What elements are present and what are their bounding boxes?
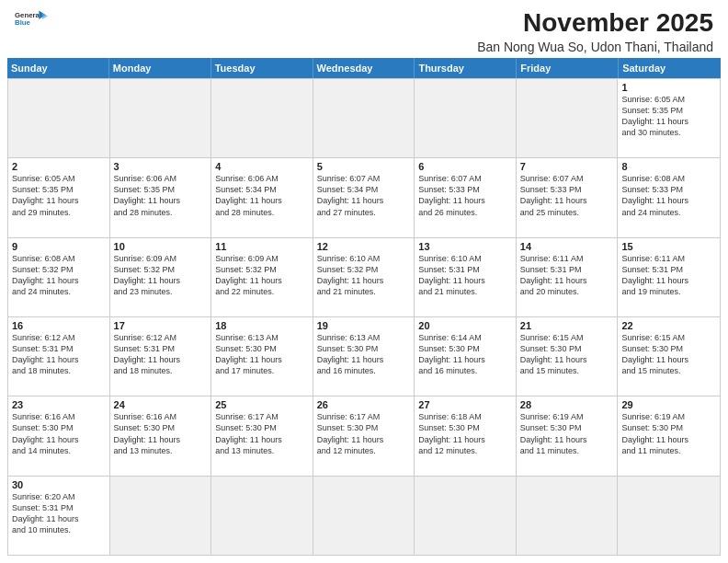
cell-info: Sunrise: 6:06 AMSunset: 5:35 PMDaylight:… [114,173,208,218]
cal-cell-1-4: 6Sunrise: 6:07 AMSunset: 5:33 PMDaylight… [415,158,517,236]
day-number: 14 [520,241,614,252]
cell-info: Sunrise: 6:10 AMSunset: 5:31 PMDaylight:… [418,253,512,298]
day-number: 28 [520,399,614,410]
day-number: 10 [114,241,208,252]
svg-text:Blue: Blue [15,18,31,27]
cell-info: Sunrise: 6:11 AMSunset: 5:31 PMDaylight:… [520,253,614,298]
svg-text:General: General [15,11,41,19]
day-number: 4 [215,161,309,172]
cal-cell-1-5: 7Sunrise: 6:07 AMSunset: 5:33 PMDaylight… [517,158,619,236]
cal-cell-5-1 [110,477,212,555]
cell-info: Sunrise: 6:17 AMSunset: 5:30 PMDaylight:… [215,411,309,456]
cell-info: Sunrise: 6:11 AMSunset: 5:31 PMDaylight:… [621,253,716,298]
cal-cell-2-1: 10Sunrise: 6:09 AMSunset: 5:32 PMDayligh… [110,238,212,316]
cal-cell-3-5: 21Sunrise: 6:15 AMSunset: 5:30 PMDayligh… [517,317,619,396]
day-number: 7 [520,161,614,172]
day-number: 12 [317,241,411,252]
cal-cell-0-1 [110,79,212,157]
day-number: 21 [520,320,614,331]
cal-cell-3-0: 16Sunrise: 6:12 AMSunset: 5:31 PMDayligh… [8,317,110,396]
day-number: 26 [317,399,411,410]
cal-cell-4-3: 26Sunrise: 6:17 AMSunset: 5:30 PMDayligh… [313,396,415,475]
week-row-4: 23Sunrise: 6:16 AMSunset: 5:30 PMDayligh… [8,396,720,475]
cal-cell-1-6: 8Sunrise: 6:08 AMSunset: 5:33 PMDaylight… [618,158,720,236]
day-number: 25 [215,399,309,410]
week-row-0: 1Sunrise: 6:05 AMSunset: 5:35 PMDaylight… [8,78,720,157]
week-row-1: 2Sunrise: 6:05 AMSunset: 5:35 PMDaylight… [8,157,720,236]
cal-cell-5-2 [211,477,313,555]
header: General Blue November 2025 Ban Nong Wua … [0,0,728,58]
cell-info: Sunrise: 6:12 AMSunset: 5:31 PMDaylight:… [114,332,208,377]
cell-info: Sunrise: 6:20 AMSunset: 5:31 PMDaylight:… [12,491,106,536]
day-number: 17 [114,320,208,331]
header-monday: Monday [109,58,211,78]
header-wednesday: Wednesday [313,58,415,78]
cal-cell-5-5 [517,477,619,555]
day-number: 16 [12,320,106,331]
cell-info: Sunrise: 6:19 AMSunset: 5:30 PMDaylight:… [520,411,614,456]
day-number: 11 [215,241,309,252]
day-number: 13 [418,241,512,252]
cell-info: Sunrise: 6:15 AMSunset: 5:30 PMDaylight:… [520,332,614,377]
cal-cell-4-1: 24Sunrise: 6:16 AMSunset: 5:30 PMDayligh… [110,396,212,475]
header-tuesday: Tuesday [211,58,313,78]
calendar-body: 1Sunrise: 6:05 AMSunset: 5:35 PMDaylight… [7,78,721,556]
day-number: 24 [114,399,208,410]
day-number: 27 [418,399,512,410]
day-number: 6 [418,161,512,172]
day-number: 8 [621,161,716,172]
day-number: 30 [12,479,106,490]
cell-info: Sunrise: 6:18 AMSunset: 5:30 PMDaylight:… [418,411,512,456]
cal-cell-5-3 [313,477,415,555]
cell-info: Sunrise: 6:09 AMSunset: 5:32 PMDaylight:… [215,253,309,298]
cal-cell-3-4: 20Sunrise: 6:14 AMSunset: 5:30 PMDayligh… [415,317,517,396]
day-number: 23 [12,399,106,410]
day-number: 1 [621,82,716,93]
title-block: November 2025 Ban Nong Wua So, Udon Than… [477,9,713,54]
cell-info: Sunrise: 6:05 AMSunset: 5:35 PMDaylight:… [12,173,106,218]
cal-cell-3-3: 19Sunrise: 6:13 AMSunset: 5:30 PMDayligh… [313,317,415,396]
cal-cell-1-3: 5Sunrise: 6:07 AMSunset: 5:34 PMDaylight… [313,158,415,236]
header-sunday: Sunday [7,58,109,78]
cell-info: Sunrise: 6:05 AMSunset: 5:35 PMDaylight:… [621,94,716,139]
cell-info: Sunrise: 6:13 AMSunset: 5:30 PMDaylight:… [215,332,309,377]
cell-info: Sunrise: 6:16 AMSunset: 5:30 PMDaylight:… [12,411,106,456]
cal-cell-3-2: 18Sunrise: 6:13 AMSunset: 5:30 PMDayligh… [211,317,313,396]
week-row-5: 30Sunrise: 6:20 AMSunset: 5:31 PMDayligh… [8,476,720,555]
cal-cell-2-5: 14Sunrise: 6:11 AMSunset: 5:31 PMDayligh… [517,238,619,316]
cal-cell-0-6: 1Sunrise: 6:05 AMSunset: 5:35 PMDaylight… [618,79,720,157]
cal-cell-2-6: 15Sunrise: 6:11 AMSunset: 5:31 PMDayligh… [618,238,720,316]
svg-marker-3 [42,13,48,19]
cal-cell-5-0: 30Sunrise: 6:20 AMSunset: 5:31 PMDayligh… [8,477,110,555]
cal-cell-0-3 [313,79,415,157]
day-number: 22 [621,320,716,331]
page: General Blue November 2025 Ban Nong Wua … [0,0,728,563]
day-number: 19 [317,320,411,331]
header-saturday: Saturday [619,58,721,78]
cell-info: Sunrise: 6:19 AMSunset: 5:30 PMDaylight:… [621,411,716,456]
cal-cell-2-2: 11Sunrise: 6:09 AMSunset: 5:32 PMDayligh… [211,238,313,316]
cal-cell-4-2: 25Sunrise: 6:17 AMSunset: 5:30 PMDayligh… [211,396,313,475]
cal-cell-4-5: 28Sunrise: 6:19 AMSunset: 5:30 PMDayligh… [517,396,619,475]
cell-info: Sunrise: 6:14 AMSunset: 5:30 PMDaylight:… [418,332,512,377]
cell-info: Sunrise: 6:08 AMSunset: 5:33 PMDaylight:… [621,173,716,218]
cell-info: Sunrise: 6:09 AMSunset: 5:32 PMDaylight:… [114,253,208,298]
cell-info: Sunrise: 6:12 AMSunset: 5:31 PMDaylight:… [12,332,106,377]
cal-cell-3-6: 22Sunrise: 6:15 AMSunset: 5:30 PMDayligh… [618,317,720,396]
cell-info: Sunrise: 6:06 AMSunset: 5:34 PMDaylight:… [215,173,309,218]
cal-cell-4-4: 27Sunrise: 6:18 AMSunset: 5:30 PMDayligh… [415,396,517,475]
cell-info: Sunrise: 6:10 AMSunset: 5:32 PMDaylight:… [317,253,411,298]
cell-info: Sunrise: 6:08 AMSunset: 5:32 PMDaylight:… [12,253,106,298]
calendar-subtitle: Ban Nong Wua So, Udon Thani, Thailand [477,40,713,54]
cal-cell-5-6 [618,477,720,555]
cal-cell-4-6: 29Sunrise: 6:19 AMSunset: 5:30 PMDayligh… [618,396,720,475]
day-number: 2 [12,161,106,172]
cell-info: Sunrise: 6:16 AMSunset: 5:30 PMDaylight:… [114,411,208,456]
cal-cell-2-0: 9Sunrise: 6:08 AMSunset: 5:32 PMDaylight… [8,238,110,316]
header-thursday: Thursday [415,58,517,78]
calendar-header: Sunday Monday Tuesday Wednesday Thursday… [7,58,721,78]
calendar: Sunday Monday Tuesday Wednesday Thursday… [7,58,721,556]
day-number: 15 [621,241,716,252]
cal-cell-4-0: 23Sunrise: 6:16 AMSunset: 5:30 PMDayligh… [8,396,110,475]
cal-cell-5-4 [415,477,517,555]
